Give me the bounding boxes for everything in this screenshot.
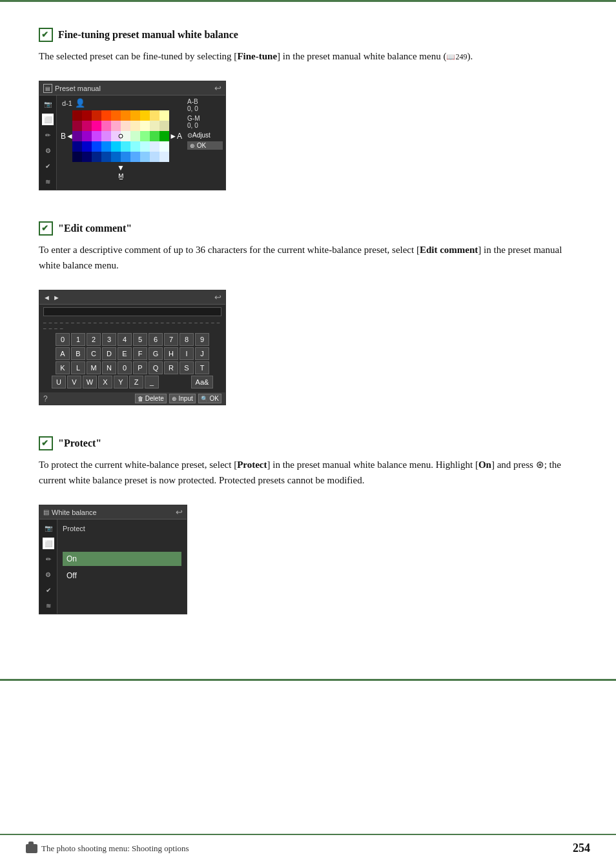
key-D[interactable]: D <box>102 347 116 360</box>
key-3[interactable]: 3 <box>102 333 116 346</box>
keyboard-row-aj: A B C D E F G H I J <box>42 347 223 360</box>
key-S[interactable]: S <box>180 361 194 374</box>
key-W[interactable]: W <box>83 376 97 389</box>
key-X[interactable]: X <box>98 376 112 389</box>
protect-on-row[interactable]: On <box>63 552 181 566</box>
svg-rect-4 <box>111 110 121 121</box>
key-5[interactable]: 5 <box>133 333 147 346</box>
svg-rect-37 <box>140 141 150 152</box>
key-K[interactable]: K <box>56 361 70 374</box>
key-2[interactable]: 2 <box>87 333 101 346</box>
key-P[interactable]: P <box>133 361 147 374</box>
svg-rect-35 <box>121 141 130 152</box>
page-footer: The photo shooting menu: Shooting option… <box>0 834 616 855</box>
key-G[interactable]: G <box>149 347 163 360</box>
key-L[interactable]: L <box>71 361 85 374</box>
section1-page-ref: 249 <box>455 52 467 61</box>
key-4[interactable]: 4 <box>118 333 132 346</box>
svg-rect-31 <box>82 141 92 152</box>
svg-rect-47 <box>140 152 150 162</box>
ec-ok-btn[interactable]: 🔍 OK <box>198 394 221 403</box>
svg-rect-43 <box>101 152 111 162</box>
footer-camera-icon <box>26 844 37 853</box>
finetune-header: ▤ Preset manual ↩ <box>39 81 225 96</box>
key-space2[interactable] <box>176 376 190 389</box>
key-space1[interactable] <box>160 376 174 389</box>
key-N[interactable]: N <box>102 361 116 374</box>
finetune-camera-ui: ▤ Preset manual ↩ 📷 ⬜ ✏ ⚙ ✔ ≋ d-1 👤 <box>39 81 226 190</box>
finetune-title: Preset manual <box>55 85 101 92</box>
ec-cursor-row: _ _ _ _ _ _ _ _ _ _ _ _ _ _ _ _ _ _ _ _ … <box>43 318 221 329</box>
section3-heading: "Protect" <box>39 436 577 450</box>
svg-rect-27 <box>140 131 150 141</box>
delete-btn[interactable]: 🗑 Delete <box>135 394 167 403</box>
protect-sidebar-active: ⬜ <box>43 538 54 549</box>
ec-text-field[interactable] <box>43 307 221 316</box>
key-7[interactable]: 7 <box>164 333 178 346</box>
key-Q[interactable]: Q <box>149 361 163 374</box>
key-I[interactable]: I <box>180 347 194 360</box>
key-J[interactable]: J <box>195 347 209 360</box>
svg-rect-5 <box>121 110 130 121</box>
protect-off-row[interactable]: Off <box>63 569 181 583</box>
gm-label: G-M <box>187 115 223 122</box>
key-9[interactable]: 9 <box>195 333 209 346</box>
protect-sidebar-camera: 📷 <box>43 522 54 534</box>
gm-section: G-M 0, 0 <box>187 115 223 129</box>
key-Y[interactable]: Y <box>114 376 128 389</box>
input-label: Input <box>179 395 193 402</box>
down-arrow: ▼ <box>117 163 125 172</box>
ab-label: A-B <box>187 98 223 105</box>
key-C[interactable]: C <box>87 347 101 360</box>
section3-check-icon <box>39 436 53 450</box>
protect-sidebar-pencil: ✏ <box>43 553 54 565</box>
key-F[interactable]: F <box>133 347 147 360</box>
key-1[interactable]: 1 <box>71 333 85 346</box>
key-O2[interactable]: 0 <box>118 361 132 374</box>
person-icon: 👤 <box>75 98 85 108</box>
key-0[interactable]: 0 <box>56 333 70 346</box>
finetune-sidebar: 📷 ⬜ ✏ ⚙ ✔ ≋ <box>39 96 57 190</box>
edit-comment-bold: Edit comment <box>420 245 478 255</box>
section1-body-text3: ). <box>467 51 473 61</box>
section1-body: The selected preset can be fine-tuned by… <box>39 48 577 64</box>
finetune-right: A-B 0, 0 G-M 0, 0 ⊙Adjust ⊛ OK <box>185 96 225 190</box>
section1-title: Fine-tuning preset manual white balance <box>58 29 238 41</box>
protect-sidebar-icons: 📷 ⬜ ✏ ⚙ ✔ ≋ <box>39 520 57 614</box>
svg-rect-46 <box>130 152 140 162</box>
key-aa[interactable]: Aa& <box>191 376 213 389</box>
key-U[interactable]: U <box>52 376 66 389</box>
section3-title: "Protect" <box>58 438 101 449</box>
ok-btn[interactable]: ⊛ OK <box>187 141 223 150</box>
key-V[interactable]: V <box>67 376 81 389</box>
ec-back-arrow: ↩ <box>214 292 221 302</box>
svg-rect-14 <box>111 121 121 131</box>
key-H[interactable]: H <box>164 347 178 360</box>
ec-nav-right: ► <box>53 294 60 301</box>
key-8[interactable]: 8 <box>180 333 194 346</box>
protect-camera-ui: ▤ White balance ↩ 📷 ⬜ ✏ ⚙ ✔ ≋ Protect <box>39 505 187 614</box>
key-T[interactable]: T <box>195 361 209 374</box>
svg-rect-30 <box>72 141 82 152</box>
key-underscore[interactable]: _ <box>145 376 159 389</box>
svg-rect-12 <box>92 121 101 131</box>
ec-input-area: _ _ _ _ _ _ _ _ _ _ _ _ _ _ _ _ _ _ _ _ … <box>39 305 225 332</box>
key-M[interactable]: M <box>87 361 101 374</box>
sidebar-wifi-icon: ≋ <box>42 176 54 187</box>
key-R[interactable]: R <box>164 361 178 374</box>
section2-body: To enter a descriptive comment of up to … <box>39 242 577 273</box>
ec-ok-icon: 🔍 <box>201 396 208 402</box>
key-6[interactable]: 6 <box>149 333 163 346</box>
key-Z[interactable]: Z <box>129 376 143 389</box>
key-A[interactable]: A <box>56 347 70 360</box>
input-btn[interactable]: ⊛ Input <box>169 394 196 403</box>
menu-icon: ▤ <box>43 84 52 93</box>
editcomment-camera-ui: ◄ ► ↩ _ _ _ _ _ _ _ _ _ _ _ _ _ _ _ _ _ … <box>39 290 226 405</box>
key-E[interactable]: E <box>118 347 132 360</box>
sidebar-settings-icon: ⚙ <box>42 145 54 156</box>
svg-rect-44 <box>111 152 121 162</box>
adjust-btn[interactable]: ⊙Adjust <box>187 132 223 139</box>
ec-header: ◄ ► ↩ <box>39 290 225 305</box>
key-B[interactable]: B <box>71 347 85 360</box>
d-row: d-1 👤 <box>59 98 182 108</box>
